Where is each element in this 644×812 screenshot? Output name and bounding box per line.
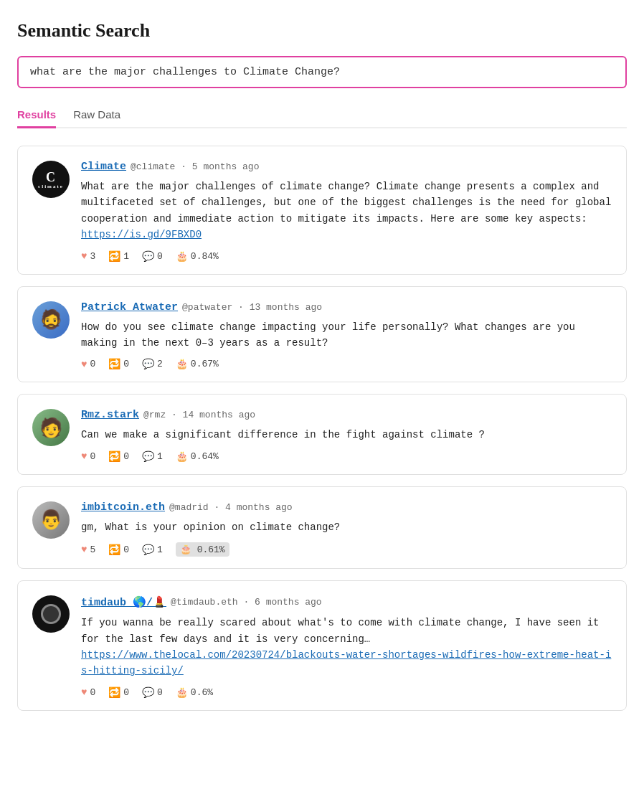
comments-count: 0 (157, 251, 163, 262)
score-metric: 🎂 0.61% (176, 542, 229, 557)
handle-time: @timdaub.eth · 6 months ago (171, 597, 322, 608)
post-text: What are the major challenges of climate… (81, 179, 612, 243)
search-input[interactable] (17, 56, 627, 88)
comment-icon: 💬 (142, 250, 154, 263)
result-card: C climate Climate @climate · 5 months ag… (17, 146, 627, 275)
handle-time: @rmz · 14 months ago (143, 410, 255, 420)
score-metric: 🎂0.64% (176, 450, 219, 463)
retweets-count: 0 (123, 544, 129, 555)
hearts-count: 0 (90, 359, 95, 369)
card-header: timdaub 🌎/💄 @timdaub.eth · 6 months ago (81, 595, 612, 609)
avatar: 👨 (32, 501, 70, 539)
card-header: Patrick Atwater @patwater · 13 months ag… (81, 301, 612, 313)
tab-results[interactable]: Results (17, 103, 56, 128)
hearts-metric: ♥ 3 (81, 250, 95, 262)
retweets-count: 0 (123, 451, 129, 462)
hearts-count: 5 (90, 544, 95, 555)
retweet-icon: 🔁 (108, 686, 120, 699)
heart-icon: ♥ (81, 450, 87, 462)
retweets-metric: 🔁 0 (108, 544, 129, 556)
result-card: 🧑 Rmz.stark @rmz · 14 months ago Can we … (17, 394, 627, 474)
retweets-metric: 🔁 0 (108, 450, 129, 463)
avatar: 🧔 (32, 301, 70, 339)
retweet-icon: 🔁 (108, 358, 120, 370)
page-title: Semantic Search (17, 20, 627, 42)
retweets-metric: 🔁 0 (108, 358, 129, 370)
score-value: 0.64% (191, 451, 219, 462)
avatar: 🧑 (32, 409, 70, 446)
comment-icon: 💬 (142, 450, 154, 463)
card-header: Rmz.stark @rmz · 14 months ago (81, 409, 612, 421)
username[interactable]: imbitcoin.eth (81, 501, 165, 514)
comment-icon: 💬 (142, 544, 154, 556)
retweet-icon: 🔁 (108, 450, 120, 463)
handle-time: @patwater · 13 months ago (182, 302, 322, 313)
hearts-metric: ♥ 0 (81, 686, 95, 698)
username[interactable]: timdaub 🌎/💄 (81, 595, 166, 609)
retweets-metric: 🔁 0 (108, 686, 129, 699)
retweets-count: 0 (123, 359, 129, 369)
card-body: timdaub 🌎/💄 @timdaub.eth · 6 months ago … (81, 595, 612, 699)
card-header: imbitcoin.eth @madrid · 4 months ago (81, 501, 612, 514)
score-icon: 🎂 (176, 358, 188, 370)
score-value: 0.67% (191, 359, 219, 369)
avatar: C climate (32, 161, 70, 198)
handle-time: @climate · 5 months ago (131, 161, 259, 172)
card-body: imbitcoin.eth @madrid · 4 months ago gm,… (81, 501, 612, 557)
comments-metric: 💬 1 (142, 450, 163, 463)
username[interactable]: Patrick Atwater (81, 301, 178, 313)
post-link[interactable]: https://is.gd/9FBXD0 (81, 229, 202, 240)
comments-metric: 💬 2 (142, 358, 163, 370)
score-badge: 🎂 0.61% (176, 542, 229, 557)
comments-metric: 💬 1 (142, 544, 163, 556)
metrics: ♥ 0 🔁 0 💬 2 🎂0.67% (81, 358, 612, 370)
retweet-icon: 🔁 (108, 250, 120, 263)
hearts-count: 0 (90, 687, 95, 698)
comments-count: 1 (157, 544, 163, 555)
tab-raw-data[interactable]: Raw Data (73, 103, 120, 128)
metrics: ♥ 0 🔁 0 💬 0 🎂0.6% (81, 686, 612, 699)
heart-icon: ♥ (81, 686, 87, 698)
result-card: 👨 imbitcoin.eth @madrid · 4 months ago g… (17, 486, 627, 569)
retweet-icon: 🔁 (108, 544, 120, 556)
card-body: Rmz.stark @rmz · 14 months ago Can we ma… (81, 409, 612, 462)
heart-icon: ♥ (81, 359, 87, 370)
comment-icon: 💬 (142, 358, 154, 370)
hearts-count: 0 (90, 451, 95, 462)
hearts-metric: ♥ 5 (81, 544, 95, 555)
comment-icon: 💬 (142, 686, 154, 699)
post-text: gm, What is your opinion on climate chan… (81, 519, 612, 535)
card-header: Climate @climate · 5 months ago (81, 161, 612, 173)
retweets-count: 1 (123, 251, 129, 262)
score-value: 0.6% (191, 687, 213, 698)
score-icon: 🎂 (176, 686, 188, 699)
post-link[interactable]: https://www.thelocal.com/20230724/blacko… (81, 649, 611, 676)
score-metric: 🎂0.6% (176, 686, 213, 699)
result-card: 🧔 Patrick Atwater @patwater · 13 months … (17, 286, 627, 383)
metrics: ♥ 5 🔁 0 💬 1 🎂 0.61% (81, 542, 612, 557)
card-body: Climate @climate · 5 months ago What are… (81, 161, 612, 263)
comments-metric: 💬 0 (142, 250, 163, 263)
retweets-count: 0 (123, 687, 129, 698)
card-body: Patrick Atwater @patwater · 13 months ag… (81, 301, 612, 371)
hearts-metric: ♥ 0 (81, 359, 95, 370)
username[interactable]: Climate (81, 161, 126, 173)
score-icon: 🎂 (176, 250, 188, 263)
heart-icon: ♥ (81, 544, 87, 555)
results-list: C climate Climate @climate · 5 months ag… (17, 146, 627, 711)
hearts-metric: ♥ 0 (81, 450, 95, 462)
avatar (32, 595, 70, 633)
post-text: How do you see climate change impacting … (81, 319, 612, 351)
result-card: timdaub 🌎/💄 @timdaub.eth · 6 months ago … (17, 580, 627, 711)
comments-count: 1 (157, 451, 163, 462)
post-text: Can we make a significant difference in … (81, 427, 612, 443)
username[interactable]: Rmz.stark (81, 409, 139, 421)
metrics: ♥ 0 🔁 0 💬 1 🎂0.64% (81, 450, 612, 463)
heart-icon: ♥ (81, 250, 87, 262)
retweets-metric: 🔁 1 (108, 250, 129, 263)
comments-count: 0 (157, 687, 163, 698)
hearts-count: 3 (90, 251, 95, 262)
tabs-container: Results Raw Data (17, 103, 627, 128)
score-metric: 🎂0.67% (176, 358, 219, 370)
score-icon: 🎂 (176, 450, 188, 463)
